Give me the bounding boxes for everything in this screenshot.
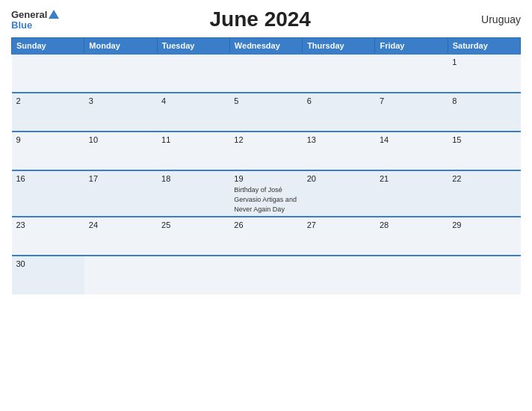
logo: General Blue (11, 10, 59, 30)
calendar-cell (157, 54, 229, 93)
day-number: 7 (380, 96, 443, 105)
day-number: 24 (89, 220, 152, 229)
day-number: 28 (380, 220, 443, 229)
calendar-page: General Blue June 2024 Uruguay Sunday Mo… (0, 0, 532, 411)
day-number: 10 (89, 135, 152, 144)
day-number: 8 (452, 96, 516, 105)
country-label: Uruguay (461, 13, 521, 25)
day-number: 19 (234, 174, 297, 183)
day-number: 1 (452, 58, 516, 67)
calendar-week-row: 1 (12, 54, 521, 93)
calendar-cell: 22 (448, 170, 520, 217)
calendar-cell: 17 (84, 170, 157, 217)
day-number: 17 (89, 174, 152, 183)
day-number: 26 (234, 220, 297, 229)
calendar-cell: 7 (375, 93, 448, 132)
calendar-cell: 1 (448, 54, 520, 93)
calendar-cell (375, 54, 448, 93)
calendar-cell (303, 256, 375, 294)
day-number: 16 (16, 174, 80, 183)
calendar-cell: 20 (303, 170, 375, 217)
day-number: 22 (452, 174, 516, 183)
calendar-cell: 8 (448, 93, 520, 132)
header-monday: Monday (84, 38, 157, 55)
header-saturday: Saturday (448, 38, 520, 55)
day-number: 15 (452, 135, 516, 144)
day-number: 25 (161, 220, 225, 229)
logo-general: General (11, 10, 47, 19)
calendar-week-row: 16171819Birthday of José Gervasio Artiga… (12, 170, 521, 217)
calendar-cell: 3 (84, 93, 157, 132)
day-number: 18 (161, 174, 225, 183)
header-thursday: Thursday (303, 38, 375, 55)
day-number: 12 (234, 135, 297, 144)
calendar-cell (84, 256, 157, 294)
calendar-cell: 25 (157, 217, 229, 256)
calendar-cell: 21 (375, 170, 448, 217)
header-friday: Friday (375, 38, 448, 55)
calendar-week-row: 9101112131415 (12, 132, 521, 170)
calendar-week-row: 2345678 (12, 93, 521, 132)
calendar-cell: 16 (12, 170, 84, 217)
day-number: 30 (16, 259, 80, 268)
day-number: 29 (452, 220, 516, 229)
calendar-cell (84, 54, 157, 93)
logo-blue: Blue (11, 20, 32, 30)
weekday-row: Sunday Monday Tuesday Wednesday Thursday… (12, 38, 521, 55)
calendar-table: Sunday Monday Tuesday Wednesday Thursday… (11, 37, 521, 294)
header-tuesday: Tuesday (157, 38, 229, 55)
calendar-cell: 19Birthday of José Gervasio Artigas and … (229, 170, 302, 217)
calendar-cell: 27 (303, 217, 375, 256)
calendar-cell: 26 (229, 217, 302, 256)
day-number: 11 (161, 135, 225, 144)
calendar-cell: 18 (157, 170, 229, 217)
calendar-cell: 9 (12, 132, 84, 170)
calendar-week-row: 30 (12, 256, 521, 294)
calendar-cell (157, 256, 229, 294)
day-number: 27 (307, 220, 371, 229)
header-sunday: Sunday (12, 38, 84, 55)
calendar-cell: 4 (157, 93, 229, 132)
calendar-cell (229, 256, 302, 294)
calendar-cell: 24 (84, 217, 157, 256)
calendar-body: 12345678910111213141516171819Birthday of… (12, 54, 521, 294)
calendar-header: Sunday Monday Tuesday Wednesday Thursday… (12, 38, 521, 55)
calendar-cell: 10 (84, 132, 157, 170)
calendar-cell: 29 (448, 217, 520, 256)
calendar-title: June 2024 (59, 7, 461, 31)
calendar-cell: 11 (157, 132, 229, 170)
calendar-cell: 23 (12, 217, 84, 256)
calendar-cell (229, 54, 302, 93)
day-number: 2 (16, 96, 80, 105)
calendar-cell: 13 (303, 132, 375, 170)
calendar-cell (375, 256, 448, 294)
day-number: 9 (16, 135, 80, 144)
day-number: 20 (307, 174, 371, 183)
day-number: 13 (307, 135, 371, 144)
calendar-cell: 15 (448, 132, 520, 170)
event-label: Birthday of José Gervasio Artigas and Ne… (234, 186, 297, 213)
calendar-cell: 28 (375, 217, 448, 256)
calendar-cell: 12 (229, 132, 302, 170)
page-header: General Blue June 2024 Uruguay (11, 7, 521, 31)
calendar-cell (303, 54, 375, 93)
calendar-week-row: 23242526272829 (12, 217, 521, 256)
calendar-cell: 14 (375, 132, 448, 170)
day-number: 6 (307, 96, 371, 105)
day-number: 5 (234, 96, 297, 105)
calendar-cell (448, 256, 520, 294)
day-number: 14 (380, 135, 443, 144)
header-wednesday: Wednesday (229, 38, 302, 55)
day-number: 4 (161, 96, 225, 105)
calendar-cell: 2 (12, 93, 84, 132)
calendar-cell: 5 (229, 93, 302, 132)
calendar-cell: 6 (303, 93, 375, 132)
calendar-cell: 30 (12, 256, 84, 294)
day-number: 23 (16, 220, 80, 229)
logo-triangle-icon (49, 10, 59, 19)
day-number: 3 (89, 96, 152, 105)
day-number: 21 (380, 174, 443, 183)
calendar-cell (12, 54, 84, 93)
